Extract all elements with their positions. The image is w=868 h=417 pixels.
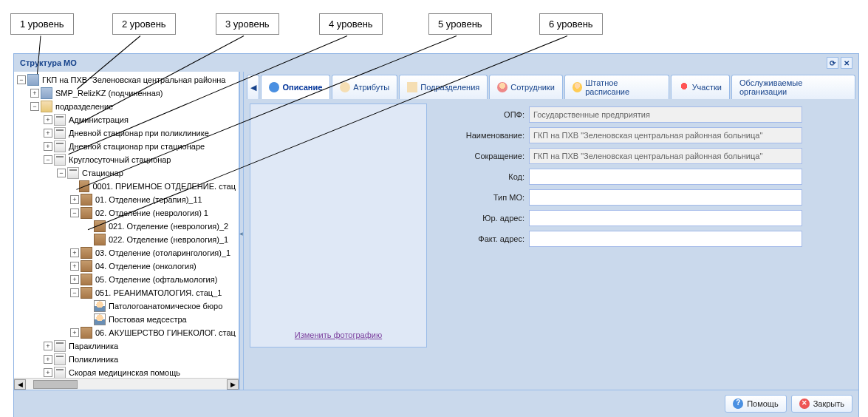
label-legal-addr: Юр. адрес: — [433, 214, 529, 223]
window-structure-mo: Структура МО ⟳ ✕ − ГКП на ПХВ "Зеленовск… — [13, 53, 859, 417]
input-legal-addr[interactable] — [529, 210, 802, 226]
input-name[interactable] — [529, 127, 802, 143]
building-icon — [27, 74, 39, 86]
tree-node[interactable]: −подразделение — [14, 100, 239, 113]
tab-nav-prev[interactable]: ◀ — [247, 75, 259, 99]
tree-label: Постовая медсестра — [109, 315, 187, 324]
tree-node[interactable]: +01. Отделение (терапия)_11 — [14, 193, 239, 206]
tab-areas[interactable]: Участки — [671, 75, 730, 99]
dept-icon — [81, 287, 92, 299]
tree-toggle-icon[interactable]: + — [44, 355, 52, 364]
tab-description[interactable]: Описание — [261, 75, 330, 99]
tree-node[interactable]: +Поликлиника — [14, 353, 239, 366]
callout-level-5: 5 уровень — [428, 13, 492, 35]
tree-toggle-icon[interactable]: + — [70, 275, 79, 284]
close-icon[interactable]: ✕ — [841, 57, 852, 69]
help-icon — [733, 399, 743, 409]
tree-label: 021. Отделение (неврология)_2 — [109, 222, 228, 231]
scroll-thumb[interactable] — [33, 380, 78, 389]
tree-toggle-icon[interactable]: − — [57, 169, 66, 177]
tree-label: 022. Отделение (неврология)_1 — [109, 235, 228, 244]
dept-icon — [94, 234, 106, 245]
attributes-icon — [340, 82, 350, 92]
panel-collapse-bar[interactable] — [239, 72, 244, 390]
tree-node[interactable]: +03. Отделение (отоларингология)_1 — [14, 246, 239, 260]
subdivisions-icon — [407, 82, 417, 92]
photo-placeholder: Изменить фотографию — [250, 104, 427, 348]
tree-node[interactable]: +Дневной стационар при стационаре — [14, 140, 239, 153]
callout-level-2: 2 уровень — [112, 13, 176, 35]
tree-label: SMP_RelizKZ (подчиненная) — [55, 89, 163, 98]
tree-node[interactable]: 021. Отделение (неврология)_2 — [14, 220, 239, 233]
tree-node[interactable]: 022. Отделение (неврология)_1 — [14, 233, 239, 246]
input-short[interactable] — [529, 148, 802, 164]
change-photo-link[interactable]: Изменить фотографию — [295, 330, 382, 339]
tree-toggle-icon[interactable]: − — [44, 155, 52, 164]
scroll-right-icon[interactable]: ▶ — [227, 379, 239, 390]
refresh-icon[interactable]: ⟳ — [827, 57, 838, 69]
help-button[interactable]: Помощь — [725, 395, 787, 413]
tree-node[interactable]: −051. РЕАНИМАТОЛОГИЯ. стац_1 — [14, 286, 239, 299]
tree-panel: − ГКП на ПХВ "Зеленовская центральная ра… — [14, 72, 239, 390]
window-footer: Помощь Закрыть — [14, 390, 858, 417]
close-button[interactable]: Закрыть — [791, 395, 852, 413]
doc-icon — [54, 114, 66, 126]
person-icon — [94, 300, 106, 312]
scroll-left-icon[interactable]: ◀ — [14, 379, 26, 390]
tree-toggle-icon[interactable]: + — [44, 129, 52, 138]
input-code[interactable] — [529, 169, 802, 185]
tree-toggle-icon[interactable]: + — [44, 368, 52, 377]
tree-toggle-icon[interactable]: − — [30, 102, 39, 111]
tab-attributes[interactable]: Атрибуты — [332, 75, 397, 99]
tree-label: 02. Отделение (неврология) 1 — [95, 208, 208, 217]
window-title-text: Структура МО — [20, 58, 77, 67]
tree-toggle-icon[interactable]: + — [70, 195, 79, 204]
tree-node[interactable]: +06. АКУШЕРСТВО ГИНЕКОЛОГ. стац — [14, 326, 239, 339]
tree-toggle-icon[interactable]: − — [17, 75, 26, 84]
callout-level-4: 4 уровень — [319, 13, 383, 35]
tree-toggle-icon[interactable]: − — [70, 208, 79, 217]
tab-served-orgs[interactable]: Обслуживаемые организации — [731, 75, 855, 99]
building-icon — [41, 87, 52, 99]
input-opf[interactable] — [529, 106, 802, 123]
input-actual-addr[interactable] — [529, 231, 802, 247]
tree-toggle-icon[interactable]: + — [44, 115, 52, 124]
tree-label: Патологоанатомическое бюро — [109, 302, 222, 311]
staff-icon — [497, 82, 508, 92]
tab-staff[interactable]: Сотрудники — [489, 75, 563, 99]
dept-icon — [81, 194, 92, 206]
tree-label: 05. Отделение (офтальмология) — [95, 275, 217, 284]
tab-subdivisions[interactable]: Подразделения — [399, 75, 488, 99]
horizontal-scrollbar[interactable]: ◀ ▶ — [14, 378, 239, 390]
tree-label: ГКП на ПХВ "Зеленовская центральная райо… — [42, 75, 225, 84]
tree-node[interactable]: −Круглосуточный стационар — [14, 153, 239, 166]
tree-toggle-icon[interactable]: + — [30, 89, 39, 98]
label-short: Сокращение: — [433, 152, 529, 160]
tree-label: 051. РЕАНИМАТОЛОГИЯ. стац_1 — [95, 288, 222, 297]
tree-label: 06. АКУШЕРСТВО ГИНЕКОЛОГ. стац — [95, 328, 236, 337]
tree-toggle-icon[interactable]: − — [70, 288, 79, 297]
tree-label: Поликлиника — [69, 355, 118, 364]
tab-schedule[interactable]: Штатное расписание — [564, 75, 669, 99]
tree-toggle-icon[interactable]: + — [70, 248, 79, 257]
tree-node[interactable]: +Скорая медицинская помощь — [14, 366, 239, 378]
tree-node[interactable]: +04. Отделение (онкология) — [14, 260, 239, 273]
label-opf: ОПФ: — [433, 110, 529, 119]
tree-node[interactable]: +Администрация — [14, 113, 239, 126]
tree-node[interactable]: Патологоанатомическое бюро — [14, 299, 239, 313]
tree-toggle-icon[interactable]: + — [70, 328, 79, 337]
tree-node[interactable]: +Параклиника — [14, 339, 239, 353]
tree-root[interactable]: − ГКП на ПХВ "Зеленовская центральная ра… — [14, 73, 239, 87]
folder-icon — [41, 101, 52, 112]
tree-toggle-icon[interactable]: + — [44, 342, 52, 350]
tree-node[interactable]: Постовая медсестра — [14, 313, 239, 326]
tree-toggle-icon[interactable]: + — [70, 262, 79, 271]
dept-icon — [81, 274, 92, 285]
schedule-icon — [573, 82, 582, 92]
tree-label: Дневной стационар при стационаре — [69, 142, 205, 151]
tree-node[interactable]: +05. Отделение (офтальмология) — [14, 273, 239, 286]
label-actual-addr: Факт. адрес: — [433, 234, 529, 243]
doc-icon — [54, 140, 66, 152]
input-mo-type[interactable] — [529, 189, 802, 206]
tree-toggle-icon[interactable]: + — [44, 142, 52, 151]
